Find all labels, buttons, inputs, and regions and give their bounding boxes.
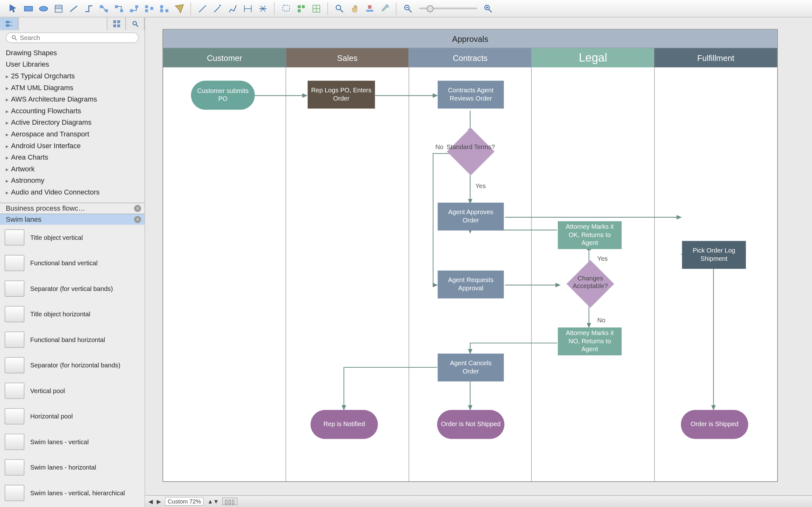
shape-item[interactable]: Horizontal pool [0, 404, 145, 429]
canvas[interactable]: Approvals Customer Sales Contracts Legal… [145, 17, 812, 507]
shape-item[interactable]: Separator (for horizontal bands) [0, 352, 145, 378]
connector-3[interactable] [111, 2, 127, 15]
node-not-shipped[interactable]: Order is Not Shipped [437, 410, 504, 439]
nav-prev-icon[interactable]: ◀ [148, 498, 153, 504]
shape-list[interactable]: Title object vertical Functional band ve… [0, 225, 145, 507]
shape-preview-icon [5, 383, 24, 399]
shape-item[interactable]: Functional band horizontal [0, 327, 145, 352]
library-category[interactable]: 25 Typical Orgcharts [6, 70, 144, 82]
zoom-out-icon[interactable] [400, 2, 416, 15]
svg-rect-17 [160, 9, 163, 12]
search-tab[interactable] [126, 17, 145, 30]
nav-next-icon[interactable]: ▶ [157, 498, 162, 504]
shape-item[interactable]: Vertical pool [0, 378, 145, 404]
connector-1[interactable] [81, 2, 97, 15]
shape-item[interactable]: Swim lanes - vertical [0, 429, 145, 455]
hand-icon[interactable] [347, 2, 362, 15]
diamond-label: Standard Terms? [445, 144, 496, 151]
node-customer-submits[interactable]: Customer submits PO [191, 80, 255, 109]
grid-view-tab[interactable] [108, 17, 126, 30]
shape-label: Separator (for vertical bands) [30, 285, 113, 292]
line-end-3[interactable] [225, 2, 240, 15]
text-tool[interactable] [51, 2, 66, 15]
line-end-1[interactable] [195, 2, 210, 15]
library-item[interactable]: Drawing Shapes [6, 47, 144, 59]
stencil-tab-business[interactable]: Business process flowc…× [0, 203, 145, 214]
library-category[interactable]: Astronomy [6, 175, 144, 186]
library-category[interactable]: Accounting Flowcharts [6, 105, 144, 117]
line-end-4[interactable] [240, 2, 256, 15]
line-end-5[interactable] [255, 2, 270, 15]
library-category[interactable]: AWS Architecture Diagrams [6, 94, 144, 105]
connector-5[interactable] [142, 2, 157, 15]
pointer-tool[interactable] [6, 2, 21, 15]
svg-rect-12 [135, 5, 138, 8]
svg-point-1 [39, 6, 48, 11]
node-rep-logs[interactable]: Rep Logs PO, Enters Order [308, 80, 375, 109]
diagram-title[interactable]: Approvals [163, 30, 777, 48]
lane-header-legal[interactable]: Legal [532, 48, 654, 67]
shape-item[interactable]: Functional band vertical [0, 250, 145, 276]
library-category[interactable]: Audio and Video Connectors [6, 186, 144, 198]
lane-header-customer[interactable]: Customer [163, 48, 286, 67]
diagram-page[interactable]: Approvals Customer Sales Contracts Legal… [163, 29, 778, 482]
node-attorney-no[interactable]: Attorney Marks it NO, Returns to Agent [558, 327, 622, 355]
smart-1[interactable] [278, 2, 294, 15]
send-icon[interactable] [172, 2, 187, 15]
lane-header-fulfillment[interactable]: Fulfillment [654, 48, 777, 67]
library-category[interactable]: Active Directory Diagrams [6, 117, 144, 128]
connector-6[interactable] [157, 2, 172, 15]
shape-item[interactable]: Title object horizontal [0, 301, 145, 327]
node-shipped[interactable]: Order is Shipped [681, 410, 748, 439]
library-tree[interactable]: Drawing Shapes User Libraries 25 Typical… [0, 45, 145, 198]
connector-4[interactable] [127, 2, 142, 15]
library-category[interactable]: Area Charts [6, 152, 144, 163]
library-category[interactable]: Android User Interface [6, 140, 144, 152]
library-category[interactable]: Artwork [6, 163, 144, 175]
zoom-in-icon[interactable] [481, 2, 496, 15]
ellipse-tool[interactable] [36, 2, 51, 15]
library-tree-tab[interactable] [0, 17, 19, 30]
dropper-icon[interactable] [377, 2, 393, 15]
connector-2[interactable] [97, 2, 112, 15]
node-pick-order[interactable]: Pick Order Log Shipment [682, 241, 746, 269]
library-category[interactable]: ATM UML Diagrams [6, 82, 144, 94]
node-reviews[interactable]: Contracts Agent Reviews Order [438, 80, 504, 109]
zoom-stepper-icon[interactable]: ▲▼ [207, 498, 219, 504]
node-changes-acceptable[interactable]: Changes Acceptable? [572, 265, 609, 302]
svg-rect-30 [298, 5, 301, 8]
node-rep-notified[interactable]: Rep is Notified [311, 410, 378, 439]
shape-label: Swim lanes - vertical [30, 439, 89, 445]
shape-item[interactable]: Swim lanes - vertical, hierarchical [0, 480, 145, 506]
stamp-icon[interactable] [362, 2, 377, 15]
shape-item[interactable]: Separator (for vertical bands) [0, 276, 145, 301]
close-icon[interactable]: × [134, 205, 141, 212]
node-attorney-ok[interactable]: Attorney Marks it OK, Returns to Agent [558, 221, 622, 249]
library-search[interactable] [6, 33, 139, 43]
stencil-tab-swimlanes[interactable]: Swim lanes× [0, 214, 145, 225]
node-cancels[interactable]: Agent Cancels Order [438, 353, 504, 381]
line-end-2[interactable] [210, 2, 225, 15]
zoom-slider[interactable] [419, 8, 477, 9]
rect-tool[interactable] [21, 2, 36, 15]
node-approves[interactable]: Agent Approves Order [438, 203, 504, 231]
library-item[interactable]: User Libraries [6, 59, 144, 70]
line-tool[interactable] [66, 2, 81, 15]
magnifier-icon[interactable] [332, 2, 347, 15]
close-icon[interactable]: × [134, 216, 141, 223]
node-standard-terms[interactable]: Standard Terms? [452, 133, 489, 170]
smart-3[interactable] [309, 2, 324, 15]
edge-label-yes: Yes [476, 182, 486, 189]
page-thumbs-icon[interactable]: ▯▯▯ [222, 498, 238, 505]
shape-item[interactable]: Swim lanes - horizontal [0, 455, 145, 481]
shape-item[interactable]: Title object vertical [0, 225, 145, 250]
search-input[interactable] [20, 34, 133, 41]
zoom-display[interactable]: Custom 72% [165, 497, 204, 505]
lane-header-sales[interactable]: Sales [286, 48, 409, 67]
node-requests[interactable]: Agent Requests Approval [438, 271, 504, 298]
smart-2[interactable] [294, 2, 309, 15]
svg-line-8 [103, 6, 105, 10]
edge-label-no: No [597, 316, 606, 323]
library-category[interactable]: Aerospace and Transport [6, 128, 144, 140]
lane-header-contracts[interactable]: Contracts [409, 48, 532, 67]
